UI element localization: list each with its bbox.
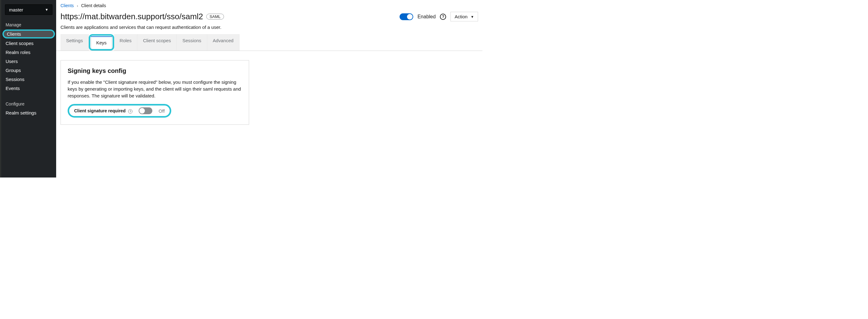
- chevron-down-icon: ▼: [471, 15, 474, 19]
- tab-settings[interactable]: Settings: [61, 34, 89, 51]
- action-dropdown[interactable]: Action ▼: [451, 12, 478, 21]
- client-signature-label: Client signature required: [74, 108, 126, 113]
- tab-sessions[interactable]: Sessions: [177, 34, 207, 51]
- sidebar-item-label: Events: [6, 86, 20, 91]
- sidebar-item-label: Users: [6, 59, 18, 64]
- sidebar-item-label: Realm roles: [6, 50, 30, 55]
- panel-heading: Signing keys config: [68, 67, 242, 75]
- client-signature-toggle[interactable]: [139, 107, 152, 114]
- breadcrumb-parent-link[interactable]: Clients: [61, 3, 74, 8]
- sidebar-item-label: Sessions: [6, 77, 25, 82]
- realm-selector-value: master: [9, 7, 23, 12]
- action-dropdown-label: Action: [455, 14, 467, 19]
- sidebar: master ▼ Manage Clients Client scopes Re…: [0, 0, 56, 177]
- main-content: Clients › Client details https://mat.bit…: [56, 0, 483, 177]
- sidebar-item-realm-roles[interactable]: Realm roles: [1, 48, 56, 57]
- sidebar-item-events[interactable]: Events: [1, 84, 56, 93]
- sidebar-item-client-scopes[interactable]: Client scopes: [1, 39, 56, 48]
- help-icon[interactable]: ?: [128, 109, 132, 114]
- tab-advanced[interactable]: Advanced: [207, 34, 240, 51]
- page-title: https://mat.bitwarden.support/sso/saml2: [61, 12, 203, 21]
- page-description: Clients are applications and services th…: [56, 25, 483, 34]
- tabs: Settings Keys Roles Client scopes Sessio…: [56, 34, 483, 51]
- enabled-label: Enabled: [417, 14, 436, 20]
- tab-label: Keys: [96, 40, 106, 45]
- sidebar-section-manage: Manage: [1, 19, 56, 29]
- chevron-right-icon: ›: [77, 4, 78, 8]
- breadcrumb-current: Client details: [81, 3, 106, 8]
- tab-label: Settings: [66, 38, 83, 43]
- signing-keys-panel: Signing keys config If you enable the "C…: [61, 60, 249, 125]
- sidebar-item-groups[interactable]: Groups: [1, 66, 56, 75]
- tab-label: Client scopes: [143, 38, 171, 43]
- sidebar-section-configure: Configure: [1, 98, 56, 108]
- sidebar-item-users[interactable]: Users: [1, 57, 56, 66]
- sidebar-item-clients[interactable]: Clients: [2, 29, 55, 38]
- chevron-down-icon: ▼: [45, 8, 49, 11]
- sidebar-item-label: Clients: [7, 31, 21, 37]
- sidebar-item-label: Client scopes: [6, 41, 33, 46]
- tab-label: Advanced: [213, 38, 234, 43]
- sidebar-item-realm-settings[interactable]: Realm settings: [1, 108, 56, 117]
- tab-keys[interactable]: Keys: [91, 36, 112, 49]
- help-icon[interactable]: ?: [440, 13, 446, 20]
- enabled-toggle[interactable]: [400, 13, 413, 20]
- sidebar-item-label: Groups: [6, 68, 21, 73]
- tab-label: Roles: [120, 38, 131, 43]
- protocol-badge: SAML: [206, 13, 224, 20]
- realm-selector[interactable]: master ▼: [5, 4, 53, 15]
- sidebar-item-label: Realm settings: [6, 110, 36, 115]
- client-signature-state: Off: [158, 108, 165, 114]
- tab-roles[interactable]: Roles: [114, 34, 137, 51]
- breadcrumb: Clients › Client details: [56, 0, 483, 9]
- tab-client-scopes[interactable]: Client scopes: [137, 34, 177, 51]
- client-signature-row-highlight: Client signature required ? Off: [68, 104, 171, 118]
- tab-keys-highlight: Keys: [89, 34, 114, 51]
- panel-description: If you enable the "Client signature requ…: [68, 79, 242, 99]
- tab-label: Sessions: [182, 38, 202, 43]
- sidebar-item-sessions[interactable]: Sessions: [1, 75, 56, 84]
